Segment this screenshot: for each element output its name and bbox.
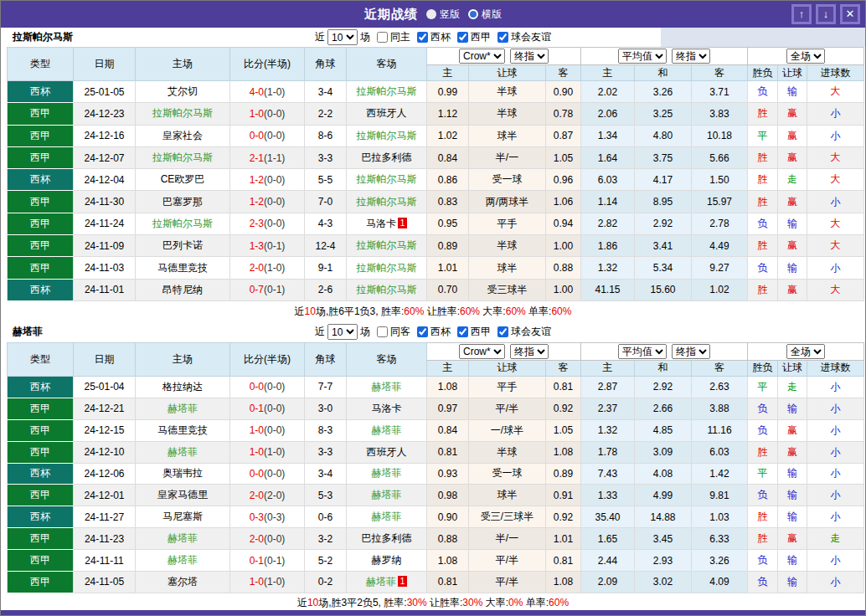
- match-date: 24-11-01: [74, 279, 136, 300]
- away-team: 拉斯帕尔马斯: [357, 196, 417, 208]
- corner-count: 3-0: [305, 398, 347, 419]
- odds-provider-select[interactable]: Crow*: [459, 49, 505, 64]
- asian-home-odds: 0.97: [427, 398, 469, 419]
- final-odds-select-europe[interactable]: 终指: [672, 344, 710, 359]
- corner-count: 3-3: [305, 441, 347, 463]
- col-header-date: 日期: [74, 48, 136, 81]
- away-team: 马洛卡: [372, 403, 402, 414]
- friendly-checkbox[interactable]: [497, 32, 508, 43]
- fulltime-score: 0-0: [250, 468, 264, 480]
- average-odds-select[interactable]: 平均值: [618, 344, 667, 359]
- match-date: 24-11-23: [74, 528, 136, 550]
- corner-count: 9-1: [305, 257, 347, 279]
- bottom-bar: [1, 610, 865, 615]
- asian-home-odds: 0.99: [427, 81, 469, 103]
- away-team-cell: 西班牙人: [347, 441, 427, 463]
- result-wdl: 负: [748, 81, 778, 103]
- result-wdl: 胜: [748, 279, 778, 300]
- europe-home-odds: 1.78: [581, 441, 635, 463]
- cup-checkbox[interactable]: [417, 326, 428, 337]
- score-cell: 0-7(0-1): [230, 279, 305, 300]
- games-label: 场: [360, 30, 370, 44]
- league-checkbox[interactable]: [457, 32, 468, 43]
- final-odds-select-europe[interactable]: 终指: [672, 49, 710, 64]
- home-team: 艾尔切: [168, 85, 198, 97]
- result-goals: 小: [807, 257, 864, 279]
- match-type-badge: 西甲: [8, 441, 74, 463]
- asian-handicap: 两/两球半: [469, 191, 546, 213]
- score-cell: 1-0(1-0): [230, 441, 305, 463]
- match-type-badge: 西甲: [8, 146, 74, 168]
- corner-count: 0-6: [305, 506, 347, 528]
- halftime-score: (0-0): [264, 196, 285, 208]
- col-header-asian-away: 客: [546, 360, 581, 376]
- europe-away-odds: 6.03: [692, 441, 748, 463]
- title-bar: 近期战绩 竖版 横版 ↑ ↓ ✕: [1, 1, 865, 28]
- result-goals: 小: [807, 463, 864, 485]
- home-team-cell: 皇家社会: [136, 125, 230, 146]
- odds-provider-select[interactable]: Crow*: [459, 344, 505, 359]
- summary-text: 30%: [407, 597, 427, 608]
- result-handicap: 赢: [778, 125, 807, 146]
- away-team-cell: 赫塔菲: [347, 463, 427, 485]
- match-count-select[interactable]: 10: [327, 29, 358, 45]
- result-wdl: 胜: [748, 191, 778, 213]
- score-cell: 1-0(0-0): [230, 103, 305, 125]
- fulltime-select[interactable]: 全场: [786, 49, 825, 64]
- home-team-cell: 拉斯帕尔马斯: [136, 213, 230, 234]
- friendly-checkbox[interactable]: [497, 326, 508, 337]
- result-wdl: 负: [748, 485, 778, 506]
- europe-home-odds: 35.40: [581, 506, 635, 528]
- league-label: 西甲: [471, 30, 491, 44]
- radio-vertical-layout[interactable]: 竖版: [426, 8, 460, 22]
- result-handicap: 赢: [778, 103, 807, 125]
- matches-table-home: 类型 日期 主场 比分(半场) 角球 客场 Crow* 终指 平均值 终指 全场: [7, 47, 864, 301]
- halftime-score: (2-0): [264, 490, 285, 501]
- move-down-button[interactable]: ↓: [816, 4, 836, 24]
- asian-handicap: 半球: [469, 103, 546, 125]
- asian-home-odds: 0.86: [427, 169, 469, 191]
- match-count-select[interactable]: 10: [327, 324, 358, 340]
- summary-text: 大率:: [482, 596, 508, 610]
- match-type-badge: 西杯: [8, 81, 74, 103]
- match-date: 24-12-07: [74, 146, 136, 168]
- result-goals: 小: [807, 485, 864, 506]
- home-team-cell: 昂特尼纳: [136, 279, 230, 300]
- result-wdl: 负: [748, 419, 778, 441]
- asian-handicap: 受一球: [469, 463, 546, 485]
- result-wdl: 负: [748, 213, 778, 234]
- average-odds-select[interactable]: 平均值: [618, 49, 667, 64]
- col-header-result-wdl: 胜负: [748, 65, 778, 81]
- same-venue-checkbox[interactable]: [377, 326, 388, 337]
- radio-horizontal-layout[interactable]: 横版: [468, 8, 502, 22]
- europe-home-odds: 6.03: [581, 169, 635, 191]
- move-up-button[interactable]: ↑: [791, 4, 812, 24]
- same-venue-checkbox[interactable]: [377, 32, 388, 43]
- col-header-asian-away: 客: [546, 65, 581, 81]
- fulltime-select[interactable]: 全场: [786, 344, 825, 359]
- score-cell: 2-3(0-0): [230, 213, 305, 234]
- europe-draw-odds: 15.60: [635, 279, 692, 300]
- final-odds-select-asian[interactable]: 终指: [510, 49, 549, 64]
- away-team: 拉斯帕尔马斯: [357, 85, 417, 97]
- cup-checkbox[interactable]: [417, 32, 428, 43]
- close-button[interactable]: ✕: [840, 4, 860, 24]
- europe-home-odds: 2.06: [581, 103, 635, 125]
- league-checkbox[interactable]: [457, 326, 468, 337]
- recent-results-window: 近期战绩 竖版 横版 ↑ ↓ ✕ 拉斯帕尔马斯 近 10 场 同主 西杯: [0, 0, 866, 616]
- match-date: 25-01-04: [74, 376, 136, 398]
- halftime-score: (0-0): [264, 381, 285, 393]
- asian-away-odds: 1.06: [546, 191, 581, 213]
- asian-home-odds: 0.89: [427, 235, 469, 257]
- fulltime-score: 2-0: [250, 262, 264, 274]
- away-team-cell: 马洛卡: [347, 398, 427, 419]
- final-odds-select-asian[interactable]: 终指: [510, 344, 549, 359]
- asian-away-odds: 0.91: [546, 485, 581, 506]
- fulltime-score: 1-2: [250, 196, 264, 208]
- home-team: 马德里竞技: [157, 262, 208, 274]
- europe-home-odds: 7.43: [581, 463, 635, 485]
- europe-draw-odds: 4.17: [635, 169, 692, 191]
- fulltime-score: 1-0: [250, 424, 264, 436]
- corner-count: 3-2: [305, 528, 347, 550]
- europe-home-odds: 1.32: [581, 419, 635, 441]
